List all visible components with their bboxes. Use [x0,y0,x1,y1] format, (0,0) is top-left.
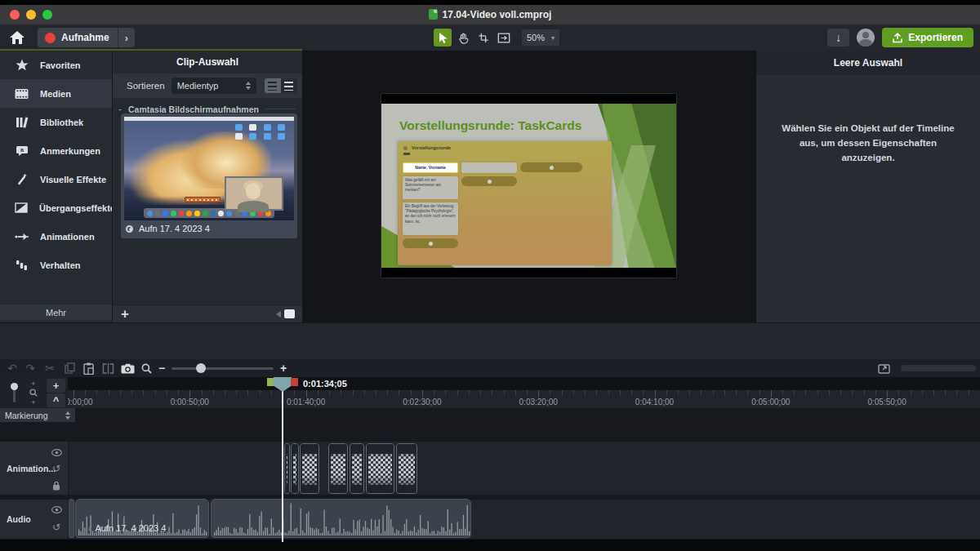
crop-tool-button[interactable] [474,29,492,47]
zoom-out-button[interactable]: − [154,361,169,375]
screenshot-button[interactable] [118,361,136,375]
ruler-tick [364,390,365,395]
sidebar-item-verhalten[interactable]: Verhalten [0,251,112,279]
clip-name: Aufn 17. 4 2023 4 [139,224,210,233]
zoom-in-button[interactable]: + [276,361,291,375]
ruler-tick [492,390,492,395]
export-button[interactable]: Exportieren [882,28,973,47]
account-avatar[interactable] [857,29,875,47]
ruler-tick [666,390,667,395]
paste-button[interactable] [81,361,96,375]
animation-clip[interactable] [396,443,417,494]
redo-button[interactable]: ↷ [23,361,38,375]
library-books-icon [15,117,29,128]
camtasia-window: 17.04-Video voll.cmproj Aufnahme › [0,0,980,551]
media-clip-card[interactable]: Aufn 17. 4 2023 4 [121,113,297,238]
loop-icon[interactable]: ↺ [51,522,62,533]
pointer-tool-button[interactable] [434,29,452,47]
clip-panel-footer: + [113,304,303,322]
add-track-button[interactable]: + [47,379,65,393]
main-content: Favoriten Medien Bibliothek a Anmerkunge… [0,51,980,322]
scale-tool-button[interactable] [495,29,513,47]
ruler-tick [399,390,399,395]
ruler-label: 0:05:00;00 [751,398,790,407]
toolbar-right: ↓ Exportieren [827,28,973,47]
pan-tool-button[interactable] [454,29,472,47]
ruler-tick [294,390,295,395]
magnifier-icon [29,389,38,397]
track-audio-header[interactable]: Audio ↺ [0,499,68,540]
undo-button[interactable]: ↶ [5,361,20,375]
canvas-zoom-select[interactable]: 50%▾ [522,29,559,46]
sidebar-more-button[interactable]: Mehr [0,304,112,320]
scale-to-fit-icon [497,32,510,44]
audio-clip[interactable]: ↓Aufn 17. 4 2023 4 [75,499,209,538]
clip-thumbnail [124,117,294,220]
record-button[interactable]: Aufnahme [38,32,118,43]
timeline-zoom-slider[interactable] [172,367,274,370]
track-height-slider[interactable] [13,383,16,402]
copy-button[interactable] [62,361,77,375]
download-button[interactable]: ↓ [827,29,849,47]
track-animation-header[interactable]: Animation... ↺ [0,441,68,495]
ruler-tick [631,390,632,395]
mini-zoom-control[interactable]: + + [29,380,38,407]
collapse-tracks-button[interactable]: ^ [47,393,65,407]
sidebar-item-uebergangseffekte[interactable]: Übergangseffekte [0,193,112,222]
board-card: Ein Begriff aus der Vorlesung "Pädagogis… [403,202,458,235]
ruler-top-strip [68,377,980,390]
thumbnail-size-control[interactable] [276,309,295,318]
loop-icon[interactable]: ↺ [51,463,62,474]
main-toolbar: Aufnahme › 50%▾ ↓ [0,24,980,51]
animation-clip[interactable] [284,443,290,494]
cut-button[interactable]: ✂ [42,361,57,375]
sort-dropdown[interactable]: Medientyp [172,78,256,94]
playhead-out-handle[interactable] [291,378,298,386]
ruler-tick [898,390,899,395]
track-animation-lane[interactable] [69,441,980,495]
add-media-button[interactable]: + [121,307,129,321]
ruler-tick [760,390,760,395]
download-icon: ↓ [835,31,841,44]
sidebar-item-animationen[interactable]: Animationen [0,222,112,251]
timeline-zoom-thumb[interactable] [196,363,206,373]
canvas-stage[interactable]: Vorstellungsrunde: TaskCards Vorstellung… [302,51,755,322]
sidebar-item-favoriten[interactable]: Favoriten [0,51,112,79]
playhead-in-handle[interactable] [267,378,274,386]
sort-ascending-button[interactable] [265,78,281,93]
ruler-tick [864,390,865,395]
sidebar-item-anmerkungen[interactable]: a Anmerkungen [0,136,112,165]
collapse-icon: - [118,104,122,115]
ruler-tick [225,390,225,395]
animation-clip[interactable] [291,443,299,494]
sort-descending-button[interactable] [281,78,297,93]
detach-timeline-button[interactable] [876,361,891,375]
chevron-right-icon: › [125,32,128,44]
lock-icon[interactable] [51,480,62,491]
playhead-line[interactable] [282,390,283,542]
split-button[interactable] [100,361,115,375]
sidebar-item-visuelle-effekte[interactable]: Visuelle Effekte [0,165,112,193]
sidebar-item-bibliothek[interactable]: Bibliothek [0,108,112,136]
animation-clip[interactable] [300,443,319,494]
behaviors-icon [15,260,29,271]
ruler-tick [178,390,179,395]
record-options-button[interactable]: › [118,28,135,47]
eye-icon[interactable] [51,447,62,458]
animation-clip[interactable] [350,443,364,494]
marker-dropdown[interactable]: Markierung [0,408,75,422]
sidebar-item-medien[interactable]: Medien [0,79,112,108]
audio-clip[interactable] [211,499,471,538]
ruler-tick [387,390,388,395]
animation-clip[interactable] [366,443,394,494]
timeline-hscrollbar[interactable] [901,365,976,371]
home-button[interactable] [9,30,25,45]
eye-icon[interactable] [51,504,62,515]
svg-text:a: a [20,147,24,153]
timeline-ruler[interactable]: 0:00:00;000:00:50;000:01:40;000:02:30;00… [68,390,980,408]
video-preview[interactable]: Vorstellungsrunde: TaskCards Vorstellung… [381,94,676,278]
audio-clip[interactable] [69,499,74,538]
timeline-zoom-button[interactable] [139,361,154,375]
ruler-tick [922,390,923,395]
animation-clip[interactable] [328,443,348,494]
